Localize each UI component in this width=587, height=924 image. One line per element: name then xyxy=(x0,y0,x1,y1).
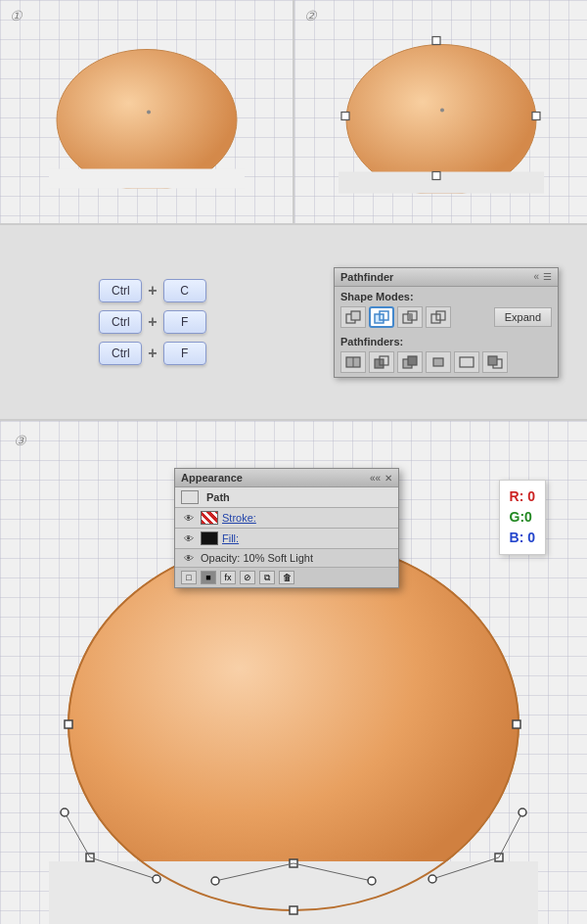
unite-btn[interactable] xyxy=(340,306,366,328)
ap-no-btn[interactable]: ⊘ xyxy=(240,571,255,584)
ctrl-key-3[interactable]: Ctrl xyxy=(99,342,142,365)
panel-2-number: ② xyxy=(304,8,317,23)
pathfinders-label: Pathfinders: xyxy=(335,332,558,349)
svg-rect-25 xyxy=(433,358,443,366)
svg-point-29 xyxy=(68,538,519,910)
divide-btn[interactable] xyxy=(340,351,366,373)
stroke-eye[interactable]: 👁 xyxy=(181,512,197,524)
svg-line-49 xyxy=(294,863,372,881)
plus-3: + xyxy=(148,345,157,362)
path-row: Path xyxy=(175,487,398,508)
stroke-row[interactable]: 👁 Stroke: xyxy=(175,508,398,529)
pathfinder-collapse[interactable]: « xyxy=(533,271,539,282)
appearance-controls: «« ✕ xyxy=(370,473,392,484)
key-row-2: Ctrl + F xyxy=(99,310,205,334)
pathfinder-window: Pathfinder « ☰ Shape Modes: xyxy=(334,267,559,378)
expand-btn[interactable]: Expand xyxy=(494,307,552,327)
stroke-label[interactable]: Stroke: xyxy=(222,512,256,524)
svg-rect-8 xyxy=(341,113,349,120)
pathfinder-controls: « ☰ xyxy=(533,271,552,282)
shape-modes-label: Shape Modes: xyxy=(335,287,558,304)
ellipse-2-container xyxy=(339,27,544,197)
pathfinder-titlebar: Pathfinder « ☰ xyxy=(335,268,558,287)
ellipse-1-svg xyxy=(49,32,245,189)
outline-btn[interactable] xyxy=(454,351,479,373)
minus-front-btn[interactable] xyxy=(369,306,394,328)
trim-btn[interactable] xyxy=(369,351,394,373)
canvas-panel-1: ① xyxy=(0,0,294,223)
opacity-eye[interactable]: 👁 xyxy=(181,552,197,564)
f-key-1[interactable]: F xyxy=(163,310,206,334)
crop-btn[interactable] xyxy=(426,351,451,373)
svg-line-44 xyxy=(499,812,522,857)
panel-3-number: ③ xyxy=(14,433,26,448)
svg-point-32 xyxy=(68,538,519,910)
path-label: Path xyxy=(206,491,230,503)
svg-line-41 xyxy=(90,857,157,879)
svg-rect-35 xyxy=(290,906,297,914)
appearance-title: Appearance xyxy=(181,472,243,484)
canvas-panel-2: ② xyxy=(294,0,587,223)
svg-point-42 xyxy=(61,808,68,816)
pathfinder-menu[interactable]: ☰ xyxy=(543,271,552,282)
key-row-1: Ctrl + C xyxy=(99,279,205,302)
minus-back-btn[interactable] xyxy=(482,351,508,373)
c-key[interactable]: C xyxy=(163,279,206,302)
svg-rect-7 xyxy=(432,172,440,180)
svg-rect-5 xyxy=(432,37,440,45)
merge-btn[interactable] xyxy=(397,351,423,373)
svg-point-30 xyxy=(68,538,519,910)
exclude-btn[interactable] xyxy=(426,306,451,328)
fill-eye[interactable]: 👁 xyxy=(181,532,197,544)
pathfinder-buttons xyxy=(335,349,558,377)
plus-1: + xyxy=(148,282,157,300)
svg-rect-38 xyxy=(495,854,503,861)
appearance-footer: □ ■ fx ⊘ ⧉ 🗑 xyxy=(175,568,398,587)
opacity-row: 👁 Opacity: 10% Soft Light xyxy=(175,549,398,568)
svg-rect-26 xyxy=(460,357,474,367)
appearance-titlebar: Appearance «« ✕ xyxy=(175,469,398,487)
path-swatch xyxy=(181,490,199,504)
svg-rect-11 xyxy=(351,311,360,320)
appearance-close[interactable]: ✕ xyxy=(384,473,392,484)
opacity-label[interactable]: Opacity: 10% Soft Light xyxy=(201,552,313,564)
canvas-panel-3: ③ xyxy=(0,421,587,924)
rgb-r-value: R: 0 xyxy=(510,486,535,507)
svg-rect-16 xyxy=(408,314,412,319)
ctrl-key-2[interactable]: Ctrl xyxy=(99,310,142,334)
fill-swatch xyxy=(201,531,218,545)
appearance-collapse[interactable]: «« xyxy=(370,473,381,484)
middle-section: Ctrl + C Ctrl + F Ctrl + F Pathfinder « … xyxy=(0,225,587,421)
rgb-g-value: G:0 xyxy=(510,507,535,528)
svg-point-9 xyxy=(440,109,444,113)
intersect-btn[interactable] xyxy=(397,306,423,328)
appearance-window: Appearance «« ✕ Path 👁 Stroke: 👁 Fill: 👁 xyxy=(174,468,399,588)
ap-delete-btn[interactable]: 🗑 xyxy=(279,571,294,584)
ctrl-key-1[interactable]: Ctrl xyxy=(99,279,142,302)
fill-label[interactable]: Fill: xyxy=(222,532,239,544)
svg-point-47 xyxy=(429,875,436,883)
pathfinder-title: Pathfinder xyxy=(340,271,393,283)
shape-modes-buttons: Expand xyxy=(335,304,558,332)
svg-point-43 xyxy=(153,875,160,883)
fill-row[interactable]: 👁 Fill: xyxy=(175,529,398,549)
svg-point-46 xyxy=(519,808,526,816)
f-key-2[interactable]: F xyxy=(163,342,206,365)
svg-rect-4 xyxy=(339,172,544,194)
ap-fill-btn[interactable]: ■ xyxy=(201,571,216,584)
panel-1-number: ① xyxy=(10,8,23,23)
ap-square-btn[interactable]: □ xyxy=(181,571,197,584)
ellipse-2-svg xyxy=(339,27,544,194)
key-row-3: Ctrl + F xyxy=(99,342,205,365)
ap-fx-btn[interactable]: fx xyxy=(220,571,236,584)
svg-point-0 xyxy=(57,50,237,189)
ap-copy-btn[interactable]: ⧉ xyxy=(259,571,275,584)
svg-point-50 xyxy=(211,877,219,885)
rgb-overlay: R: 0 G:0 B: 0 xyxy=(499,480,546,555)
pathfinder-panel-wrap: Pathfinder « ☰ Shape Modes: xyxy=(305,225,587,419)
rgb-b-value: B: 0 xyxy=(510,528,535,548)
svg-rect-6 xyxy=(532,113,540,120)
svg-rect-39 xyxy=(290,859,297,867)
svg-rect-34 xyxy=(513,720,520,728)
svg-rect-24 xyxy=(408,356,417,365)
